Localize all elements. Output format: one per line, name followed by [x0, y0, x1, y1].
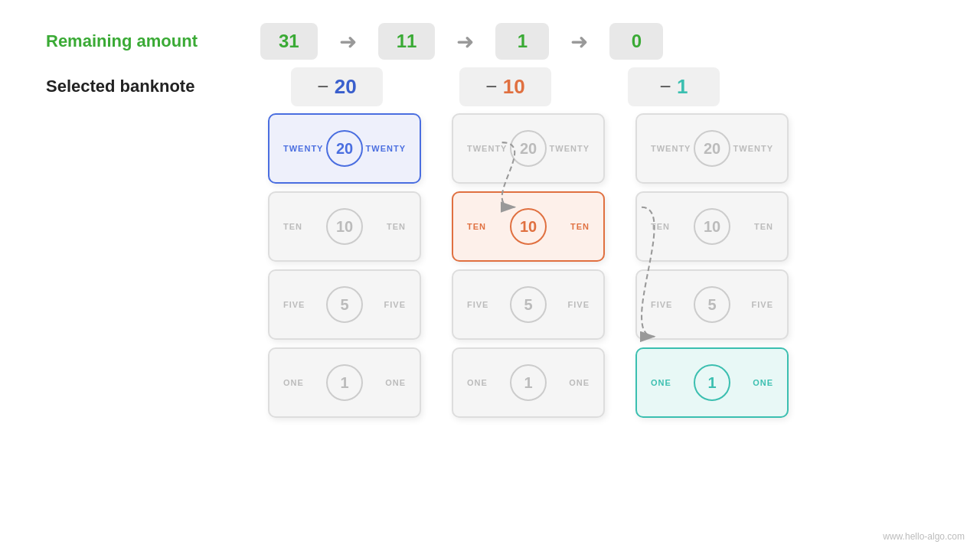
note-circle: 10	[510, 208, 547, 245]
remaining-label: Remaining amount	[46, 31, 260, 51]
note-circle: 5	[694, 286, 730, 323]
selected-item-2: − 1	[628, 67, 720, 106]
remaining-values: 31➜11➜1➜0	[260, 23, 663, 60]
note-right-label: TWENTY	[366, 144, 406, 153]
arrow-icon: ➜	[570, 29, 588, 54]
note-right-label: TWENTY	[550, 144, 590, 153]
watermark: www.hello-algo.com	[883, 531, 965, 542]
note-left-label: ONE	[651, 378, 671, 387]
note-card-1-0: TWENTY 20 TWENTY	[452, 113, 605, 184]
note-left-label: TEN	[283, 222, 302, 231]
note-card-2-1: TEN 10 TEN	[635, 191, 789, 262]
arrow-icon: ➜	[339, 29, 357, 54]
note-left-label: ONE	[283, 378, 304, 387]
note-right-label: TEN	[570, 222, 590, 231]
note-left-label: TWENTY	[651, 144, 691, 153]
selected-label: Selected banknote	[46, 77, 260, 96]
note-card-0-0: TWENTY 20 TWENTY	[268, 113, 421, 184]
note-right-label: TEN	[387, 222, 406, 231]
note-left-label: TWENTY	[467, 144, 507, 153]
note-card-0-2: FIVE 5 FIVE	[268, 269, 421, 340]
note-right-label: FIVE	[752, 300, 773, 309]
column-2: TWENTY 20 TWENTY TEN 10 TEN FIVE 5 FIVE …	[635, 113, 789, 418]
note-card-0-1: TEN 10 TEN	[268, 191, 421, 262]
note-circle: 10	[326, 208, 363, 245]
banknote-grid: TWENTY 20 TWENTY TEN 10 TEN FIVE 5 FIVE …	[260, 113, 934, 418]
note-left-label: TEN	[467, 222, 486, 231]
note-card-1-2: FIVE 5 FIVE	[452, 269, 605, 340]
note-card-2-2: FIVE 5 FIVE	[635, 269, 789, 340]
note-circle: 5	[510, 286, 547, 323]
note-circle: 20	[694, 130, 730, 167]
remaining-value-2: 1	[495, 23, 549, 60]
selected-banknote-row: Selected banknote − 20− 10− 1	[46, 67, 934, 106]
note-circle: 1	[510, 364, 547, 401]
remaining-amount-row: Remaining amount 31➜11➜1➜0	[46, 23, 934, 60]
selected-wrapper: − 20− 10− 1	[260, 67, 796, 106]
note-card-2-3: ONE 1 ONE	[635, 347, 789, 418]
note-left-label: FIVE	[651, 300, 672, 309]
note-right-label: TEN	[754, 222, 773, 231]
note-circle: 20	[326, 130, 363, 167]
note-card-1-3: ONE 1 ONE	[452, 347, 605, 418]
selected-value-num: 1	[677, 75, 688, 98]
note-circle: 10	[694, 208, 730, 245]
arrow-icon: ➜	[456, 29, 474, 54]
note-left-label: TEN	[651, 222, 670, 231]
note-right-label: FIVE	[384, 300, 406, 309]
note-columns: TWENTY 20 TWENTY TEN 10 TEN FIVE 5 FIVE …	[260, 113, 934, 418]
column-0: TWENTY 20 TWENTY TEN 10 TEN FIVE 5 FIVE …	[268, 113, 421, 418]
note-card-2-0: TWENTY 20 TWENTY	[635, 113, 789, 184]
note-right-label: TWENTY	[733, 144, 773, 153]
minus-sign: −	[660, 75, 677, 98]
selected-item-1: − 10	[459, 67, 551, 106]
note-card-0-3: ONE 1 ONE	[268, 347, 421, 418]
selected-banknote-values: − 20− 10− 1	[260, 67, 796, 106]
note-circle: 20	[510, 130, 547, 167]
remaining-value-1: 11	[378, 23, 436, 60]
column-1: TWENTY 20 TWENTY TEN 10 TEN FIVE 5 FIVE …	[452, 113, 605, 418]
remaining-value-0: 31	[260, 23, 318, 60]
note-right-label: FIVE	[568, 300, 590, 309]
remaining-value-3: 0	[609, 23, 663, 60]
minus-sign: −	[317, 75, 334, 98]
note-circle: 1	[326, 364, 363, 401]
note-left-label: FIVE	[283, 300, 305, 309]
note-circle: 5	[326, 286, 363, 323]
note-right-label: ONE	[385, 378, 406, 387]
selected-item-0: − 20	[291, 67, 383, 106]
note-left-label: TWENTY	[283, 144, 323, 153]
note-right-label: ONE	[569, 378, 590, 387]
minus-sign: −	[485, 75, 502, 98]
note-circle: 1	[694, 364, 730, 401]
note-right-label: ONE	[753, 378, 773, 387]
selected-value-num: 20	[335, 75, 357, 98]
selected-value-num: 10	[503, 75, 525, 98]
note-card-1-1: TEN 10 TEN	[452, 191, 605, 262]
note-left-label: FIVE	[467, 300, 488, 309]
note-left-label: ONE	[467, 378, 488, 387]
